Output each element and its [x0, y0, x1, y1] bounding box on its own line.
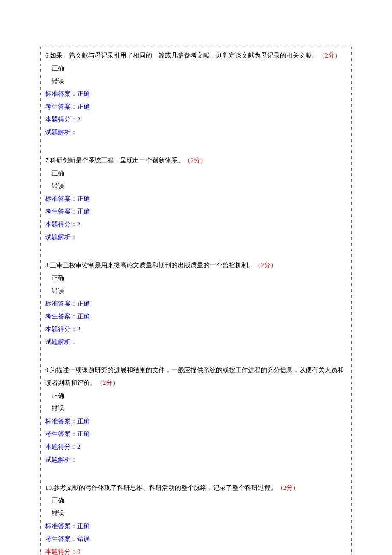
score-line: 本题得分：2: [45, 323, 347, 335]
analysis-line: 试题解析：: [45, 335, 347, 348]
analysis-line: 试题解析：: [45, 231, 347, 243]
question-text: 10.参考文献的写作体现了科研思维、科研活动的整个脉络，记录了整个科研过程。（2…: [45, 481, 347, 494]
option-incorrect: 错误: [45, 507, 347, 520]
question-item: 6.如果一篇文献与母记录引用了相同的一篇或几篇参考文献，则判定该文献为母记录的相…: [45, 49, 347, 150]
question-item: 9.为描述一项课题研究的进展和结果的文件，一般应提供系统的或按工作进程的充分信息…: [45, 364, 347, 478]
candidate-answer-line: 考生答案：错误: [45, 532, 347, 545]
question-body: 三审三校审读制是用来提高论文质量和期刊的出版质量的一个监控机制。: [50, 262, 254, 269]
question-points: （2分）: [254, 262, 277, 269]
option-incorrect: 错误: [45, 75, 347, 87]
question-item: 10.参考文献的写作体现了科研思维、科研活动的整个脉络，记录了整个科研过程。（2…: [45, 481, 347, 555]
candidate-answer-line: 考生答案：正确: [45, 100, 347, 113]
question-number: 8.: [45, 262, 50, 269]
option-incorrect: 错误: [45, 179, 347, 192]
score-line: 本题得分：2: [45, 113, 347, 126]
question-text: 9.为描述一项课题研究的进展和结果的文件，一般应提供系统的或按工作进程的充分信息…: [45, 364, 347, 389]
question-points: （2分）: [318, 52, 341, 59]
question-body: 科研创新是个系统工程，呈现出一个创新体系。: [50, 157, 184, 164]
question-body: 如果一篇文献与母记录引用了相同的一篇或几篇参考文献，则判定该文献为母记录的相关文…: [50, 52, 318, 59]
spacer: [45, 139, 347, 150]
question-text: 7.科研创新是个系统工程，呈现出一个创新体系。（2分）: [45, 154, 347, 167]
spacer: [45, 348, 347, 360]
question-number: 10.: [45, 484, 53, 491]
question-item: 7.科研创新是个系统工程，呈现出一个创新体系。（2分）正确错误标准答案：正确考生…: [45, 154, 347, 255]
option-incorrect: 错误: [45, 402, 347, 415]
candidate-answer-line: 考生答案：正确: [45, 205, 347, 218]
option-correct: 正确: [45, 494, 347, 507]
question-body: 为描述一项课题研究的进展和结果的文件，一般应提供系统的或按工作进程的充分信息，以…: [45, 367, 344, 386]
analysis-line: 试题解析：: [45, 453, 347, 466]
option-correct: 正确: [45, 62, 347, 75]
option-correct: 正确: [45, 389, 347, 402]
question-number: 6.: [45, 52, 50, 59]
question-points: （2分）: [96, 379, 119, 386]
standard-answer-line: 标准答案：正确: [45, 192, 347, 205]
candidate-answer-line: 考生答案：正确: [45, 310, 347, 323]
questions-list: 6.如果一篇文献与母记录引用了相同的一篇或几篇参考文献，则判定该文献为母记录的相…: [45, 49, 347, 555]
question-points: （2分）: [184, 157, 207, 164]
question-item: 8.三审三校审读制是用来提高论文质量和期刊的出版质量的一个监控机制。（2分）正确…: [45, 259, 347, 360]
spacer: [45, 466, 347, 478]
question-text: 6.如果一篇文献与母记录引用了相同的一篇或几篇参考文献，则判定该文献为母记录的相…: [45, 49, 347, 62]
question-number: 7.: [45, 157, 50, 164]
question-text: 8.三审三校审读制是用来提高论文质量和期刊的出版质量的一个监控机制。（2分）: [45, 259, 347, 272]
exam-content: 6.如果一篇文献与母记录引用了相同的一篇或几篇参考文献，则判定该文献为母记录的相…: [40, 47, 352, 555]
standard-answer-line: 标准答案：正确: [45, 415, 347, 428]
spacer: [45, 243, 347, 255]
option-correct: 正确: [45, 167, 347, 179]
score-line: 本题得分：2: [45, 218, 347, 231]
score-line: 本题得分：0: [45, 545, 347, 555]
standard-answer-line: 标准答案：正确: [45, 520, 347, 532]
analysis-line: 试题解析：: [45, 126, 347, 139]
question-number: 9.: [45, 367, 50, 373]
question-body: 参考文献的写作体现了科研思维、科研活动的整个脉络，记录了整个科研过程。: [53, 484, 277, 491]
score-line: 本题得分：2: [45, 440, 347, 453]
standard-answer-line: 标准答案：正确: [45, 297, 347, 310]
option-incorrect: 错误: [45, 284, 347, 297]
option-correct: 正确: [45, 272, 347, 284]
question-points: （2分）: [277, 484, 300, 491]
standard-answer-line: 标准答案：正确: [45, 87, 347, 100]
candidate-answer-line: 考生答案：正确: [45, 428, 347, 440]
